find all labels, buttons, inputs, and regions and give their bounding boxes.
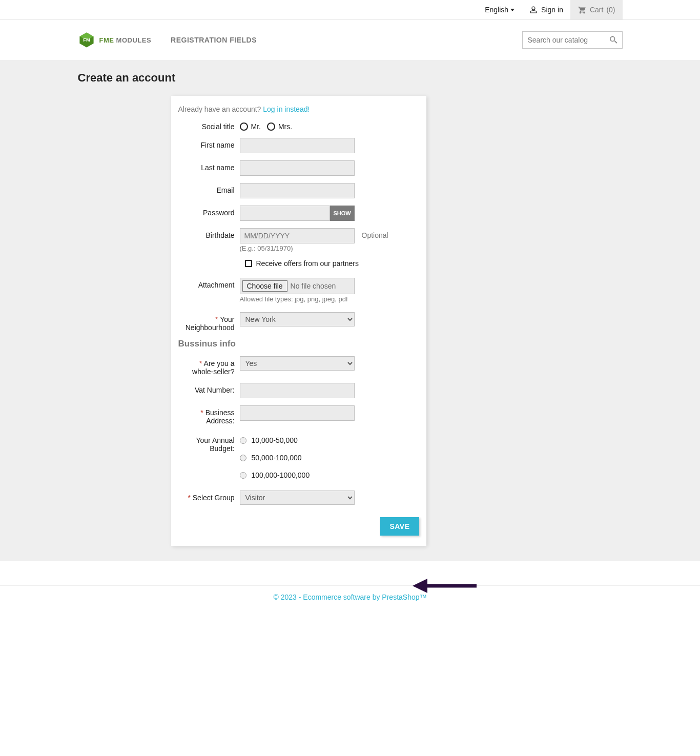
budget-radio-2[interactable]	[240, 455, 246, 461]
birthdate-optional: Optional	[355, 228, 388, 239]
wholesaler-select[interactable]: Yes	[240, 356, 355, 371]
password-label: Password	[178, 206, 240, 217]
last-name-label: Last name	[178, 160, 240, 172]
password-input[interactable]	[240, 206, 330, 221]
top-bar: English Sign in Cart (0)	[0, 0, 700, 20]
cart-icon	[578, 5, 587, 14]
search-icon[interactable]	[608, 35, 619, 45]
neighbourhood-select[interactable]: New York	[240, 312, 355, 326]
logo-text-primary: FME	[99, 36, 114, 44]
last-name-input[interactable]	[240, 160, 355, 176]
budget-label-2: 50,000-100,000	[252, 454, 302, 462]
neighbourhood-label: * Your Neighbourhood	[178, 312, 240, 332]
logo[interactable]: FM FME MODULES	[78, 31, 152, 49]
cart-button[interactable]: Cart (0)	[570, 0, 623, 19]
select-group-label: * Select Group	[178, 491, 240, 502]
mr-label: Mr.	[251, 122, 261, 131]
header: FM FME MODULES REGISTRATION FIELDS	[78, 20, 623, 60]
first-name-label: First name	[178, 138, 240, 149]
select-group-select[interactable]: Visitor	[240, 491, 355, 505]
language-label: English	[485, 6, 508, 14]
vat-input[interactable]	[240, 383, 355, 398]
business-address-label: * Business Address:	[178, 405, 240, 425]
partners-label: Receive offers from our partners	[256, 259, 359, 268]
logo-icon: FM	[78, 31, 95, 49]
social-title-label: Social title	[178, 122, 240, 131]
main-background: Create an account Already have an accoun…	[0, 60, 700, 561]
footer: © 2023 - Ecommerce software by PrestaSho…	[0, 586, 700, 622]
mrs-label: Mrs.	[278, 122, 292, 131]
partners-checkbox[interactable]	[245, 260, 252, 267]
search-box	[522, 31, 623, 49]
first-name-input[interactable]	[240, 138, 355, 153]
budget-radio-1[interactable]	[240, 437, 246, 444]
person-icon	[529, 5, 538, 14]
signin-link[interactable]: Sign in	[522, 5, 570, 14]
birthdate-input[interactable]	[240, 228, 355, 243]
radio-mrs[interactable]	[267, 122, 275, 131]
attachment-label: Attachment	[178, 278, 240, 289]
email-input[interactable]	[240, 183, 355, 198]
radio-mr[interactable]	[240, 122, 248, 131]
email-label: Email	[178, 183, 240, 194]
nav-registration-fields[interactable]: REGISTRATION FIELDS	[171, 36, 257, 44]
signin-label: Sign in	[541, 6, 563, 14]
birthdate-label: Birthdate	[178, 228, 240, 239]
vat-label: Vat Number:	[178, 383, 240, 394]
budget-radio-3[interactable]	[240, 472, 246, 479]
wholesaler-label: * Are you a whole-seller?	[178, 356, 240, 376]
page-title: Create an account	[78, 71, 623, 85]
file-status: No file chosen	[291, 282, 336, 290]
registration-form: Already have an account? Log in instead!…	[171, 96, 426, 546]
birthdate-hint: (E.g.: 05/31/1970)	[240, 244, 355, 252]
file-hint: Allowed file types: jpg, png, jpeg, pdf	[240, 295, 355, 303]
logo-text-secondary: MODULES	[116, 36, 152, 44]
business-address-input[interactable]	[240, 405, 355, 421]
login-instead-link[interactable]: Log in instead!	[263, 105, 310, 113]
caret-down-icon	[510, 9, 514, 11]
budget-label-1: 10,000-50,000	[252, 436, 298, 444]
file-input[interactable]: Choose file No file chosen	[240, 278, 355, 294]
budget-label-3: 100,000-1000,000	[252, 471, 310, 479]
business-section-title: Bussinus info	[178, 339, 419, 349]
cart-count: (0)	[606, 6, 615, 14]
footer-link[interactable]: © 2023 - Ecommerce software by PrestaSho…	[274, 593, 427, 601]
footer-gap	[0, 561, 700, 586]
save-button[interactable]: SAVE	[380, 517, 419, 536]
cart-label: Cart	[590, 6, 603, 14]
language-selector[interactable]: English	[478, 6, 522, 14]
choose-file-button[interactable]: Choose file	[242, 280, 287, 292]
budget-label: Your Annual Budget:	[178, 436, 240, 453]
search-input[interactable]	[522, 31, 623, 49]
already-have-account: Already have an account? Log in instead!	[178, 105, 419, 113]
svg-text:FM: FM	[83, 37, 90, 43]
show-password-button[interactable]: SHOW	[330, 206, 355, 221]
